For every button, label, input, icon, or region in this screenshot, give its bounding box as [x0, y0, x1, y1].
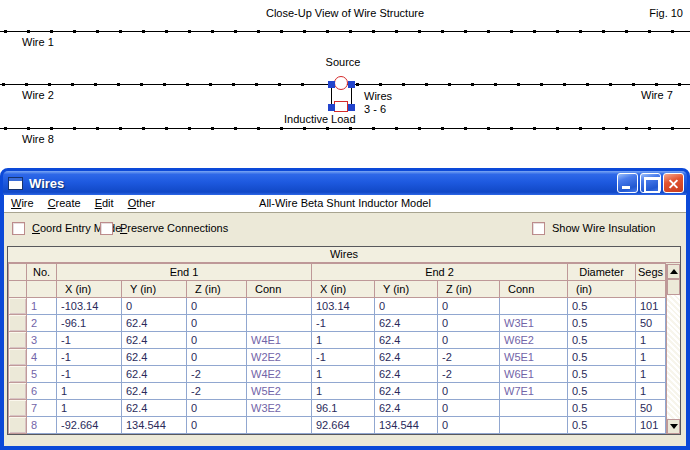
coord-entry-mode-checkbox[interactable] — [12, 222, 25, 235]
wire-value-cell[interactable] — [500, 298, 568, 315]
wire-value-cell[interactable] — [247, 315, 312, 332]
wire-value-cell[interactable]: 0.5 — [568, 298, 636, 315]
wire-value-cell[interactable]: 62.4 — [375, 315, 438, 332]
show-wire-insulation-checkbox[interactable] — [532, 222, 545, 235]
row-selector-button[interactable] — [9, 417, 27, 434]
maximize-icon[interactable] — [640, 173, 661, 193]
wire-value-cell[interactable]: W6E2 — [500, 332, 568, 349]
wire-value-cell[interactable]: 96.1 — [312, 400, 375, 417]
wire-value-cell[interactable]: 0 — [438, 315, 500, 332]
wire-value-cell[interactable]: 134.544 — [122, 417, 187, 434]
preserve-connections-checkbox[interactable] — [100, 222, 113, 235]
wire-value-cell[interactable]: 0 — [187, 417, 247, 434]
wire-value-cell[interactable]: -1 — [57, 366, 122, 383]
wire-value-cell[interactable]: 62.4 — [122, 349, 187, 366]
wire-value-cell[interactable]: 62.4 — [122, 383, 187, 400]
close-icon[interactable] — [663, 173, 684, 193]
minimize-icon[interactable] — [617, 173, 638, 193]
wire-value-cell[interactable]: -1 — [312, 349, 375, 366]
wire-value-cell[interactable]: 0.5 — [568, 332, 636, 349]
wire-value-cell[interactable]: 0 — [438, 298, 500, 315]
wire-value-cell[interactable]: 62.4 — [122, 400, 187, 417]
wire-value-cell[interactable]: 0 — [375, 298, 438, 315]
wire-value-cell[interactable]: -1 — [57, 332, 122, 349]
wire-value-cell[interactable]: 50 — [636, 315, 666, 332]
up-arrow-icon[interactable] — [667, 264, 680, 279]
wire-number-cell[interactable]: 3 — [27, 332, 57, 349]
row-selector-button[interactable] — [9, 400, 27, 417]
wire-value-cell[interactable]: 62.4 — [122, 315, 187, 332]
wire-value-cell[interactable]: 62.4 — [122, 366, 187, 383]
wire-value-cell[interactable]: 62.4 — [122, 332, 187, 349]
wire-value-cell[interactable] — [247, 417, 312, 434]
wire-value-cell[interactable]: -1 — [312, 315, 375, 332]
wire-value-cell[interactable]: 1 — [312, 366, 375, 383]
wire-value-cell[interactable]: W2E2 — [247, 349, 312, 366]
down-arrow-icon[interactable] — [667, 419, 680, 434]
wire-value-cell[interactable]: 62.4 — [375, 332, 438, 349]
wire-value-cell[interactable]: -2 — [187, 366, 247, 383]
wire-value-cell[interactable]: 1 — [312, 383, 375, 400]
wire-value-cell[interactable]: 101 — [636, 298, 666, 315]
wire-value-cell[interactable]: 0 — [187, 315, 247, 332]
wire-value-cell[interactable]: -2 — [187, 383, 247, 400]
menu-create[interactable]: Create — [41, 195, 88, 212]
wire-value-cell[interactable]: 62.4 — [375, 349, 438, 366]
wire-value-cell[interactable]: 50 — [636, 400, 666, 417]
wire-value-cell[interactable]: -103.14 — [57, 298, 122, 315]
wire-value-cell[interactable]: W4E1 — [247, 332, 312, 349]
scrollbar-track[interactable] — [667, 295, 680, 419]
wire-value-cell[interactable]: -1 — [57, 349, 122, 366]
menu-wire[interactable]: Wire — [4, 195, 41, 212]
row-selector-button[interactable] — [9, 332, 27, 349]
wire-number-cell[interactable]: 6 — [27, 383, 57, 400]
wire-value-cell[interactable]: W5E2 — [247, 383, 312, 400]
wire-value-cell[interactable]: 1 — [57, 383, 122, 400]
wire-value-cell[interactable]: 0 — [187, 332, 247, 349]
wire-value-cell[interactable]: W6E1 — [500, 366, 568, 383]
wire-value-cell[interactable]: 1 — [636, 366, 666, 383]
menu-edit[interactable]: Edit — [88, 195, 121, 212]
wire-value-cell[interactable]: W3E1 — [500, 315, 568, 332]
wire-value-cell[interactable]: -2 — [438, 366, 500, 383]
wire-value-cell[interactable]: 0 — [438, 400, 500, 417]
wire-value-cell[interactable]: 103.14 — [312, 298, 375, 315]
wire-value-cell[interactable]: 0.5 — [568, 315, 636, 332]
wire-value-cell[interactable]: 0.5 — [568, 349, 636, 366]
wire-value-cell[interactable]: -92.664 — [57, 417, 122, 434]
wire-value-cell[interactable]: 0 — [438, 383, 500, 400]
wire-value-cell[interactable]: 1 — [636, 332, 666, 349]
wire-value-cell[interactable]: -2 — [438, 349, 500, 366]
wire-value-cell[interactable]: 1 — [636, 349, 666, 366]
wire-value-cell[interactable]: 0 — [187, 349, 247, 366]
wire-value-cell[interactable] — [500, 417, 568, 434]
wire-value-cell[interactable]: 134.544 — [375, 417, 438, 434]
wire-value-cell[interactable]: 0.5 — [568, 366, 636, 383]
wire-value-cell[interactable]: 0 — [187, 298, 247, 315]
wire-value-cell[interactable]: W3E2 — [247, 400, 312, 417]
wire-value-cell[interactable]: 0 — [438, 417, 500, 434]
wire-number-cell[interactable]: 2 — [27, 315, 57, 332]
wire-value-cell[interactable]: W7E1 — [500, 383, 568, 400]
wire-value-cell[interactable] — [247, 298, 312, 315]
wire-value-cell[interactable]: 101 — [636, 417, 666, 434]
wire-value-cell[interactable]: 1 — [312, 332, 375, 349]
wire-value-cell[interactable]: 0 — [187, 400, 247, 417]
wire-value-cell[interactable]: 92.664 — [312, 417, 375, 434]
wire-value-cell[interactable]: 0.5 — [568, 417, 636, 434]
wire-value-cell[interactable]: 1 — [636, 383, 666, 400]
wire-value-cell[interactable]: W4E2 — [247, 366, 312, 383]
wire-value-cell[interactable]: 62.4 — [375, 400, 438, 417]
row-selector-button[interactable] — [9, 315, 27, 332]
wire-value-cell[interactable]: 0.5 — [568, 383, 636, 400]
vertical-scrollbar[interactable] — [666, 264, 680, 434]
wire-value-cell[interactable]: 1 — [57, 400, 122, 417]
wire-number-cell[interactable]: 4 — [27, 349, 57, 366]
wire-value-cell[interactable]: 62.4 — [375, 383, 438, 400]
wire-number-cell[interactable]: 7 — [27, 400, 57, 417]
wire-number-cell[interactable]: 8 — [27, 417, 57, 434]
wire-value-cell[interactable]: 0.5 — [568, 400, 636, 417]
wire-value-cell[interactable]: -96.1 — [57, 315, 122, 332]
wire-value-cell[interactable]: 62.4 — [375, 366, 438, 383]
wire-number-cell[interactable]: 5 — [27, 366, 57, 383]
